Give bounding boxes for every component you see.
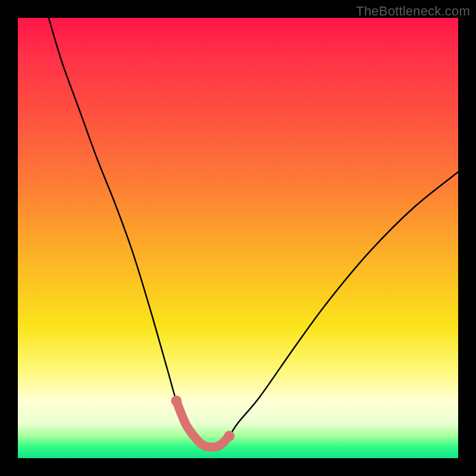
highlight-dot-end xyxy=(224,431,234,441)
chart-frame: TheBottleneck.com xyxy=(0,0,476,476)
bottleneck-curve xyxy=(49,18,458,447)
highlight-dot-start xyxy=(171,396,181,406)
plot-area xyxy=(18,18,458,458)
curve-layer xyxy=(18,18,458,458)
highlight-segment xyxy=(176,401,229,447)
watermark-text: TheBottleneck.com xyxy=(356,4,470,19)
